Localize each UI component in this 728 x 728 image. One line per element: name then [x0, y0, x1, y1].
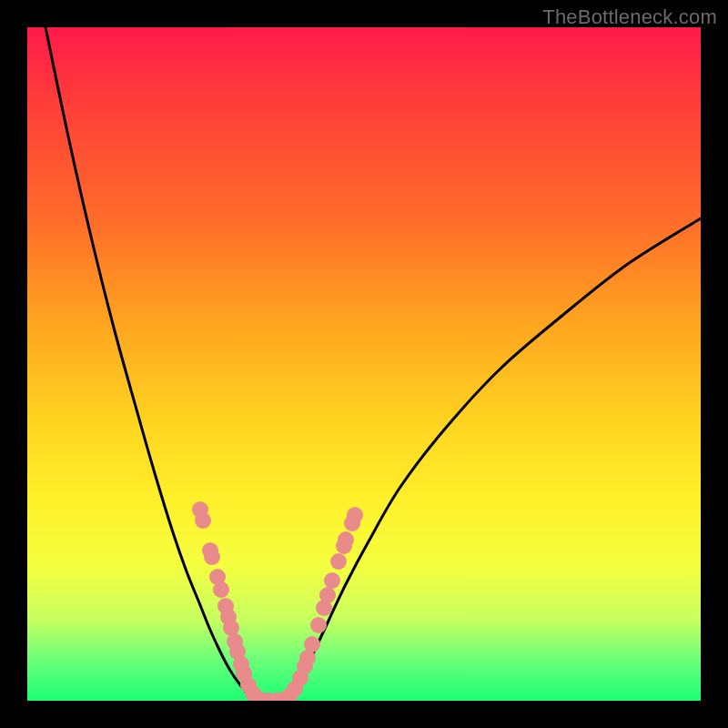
marker-dot [347, 507, 363, 523]
marker-dot [310, 617, 327, 633]
plot-area [27, 27, 701, 701]
marker-dot [330, 553, 347, 570]
marker-dot [338, 531, 354, 548]
marker-dot [195, 512, 211, 529]
bottleneck-curve [46, 27, 701, 701]
marker-dot [324, 572, 340, 589]
marker-dot [204, 549, 220, 565]
marker-dot [213, 581, 229, 598]
curve-path [46, 27, 701, 701]
chart-svg [27, 27, 701, 701]
marker-dot [319, 587, 336, 603]
marker-dot [304, 636, 320, 652]
watermark-text: TheBottleneck.com [542, 5, 717, 29]
chart-frame: TheBottleneck.com [0, 0, 728, 728]
